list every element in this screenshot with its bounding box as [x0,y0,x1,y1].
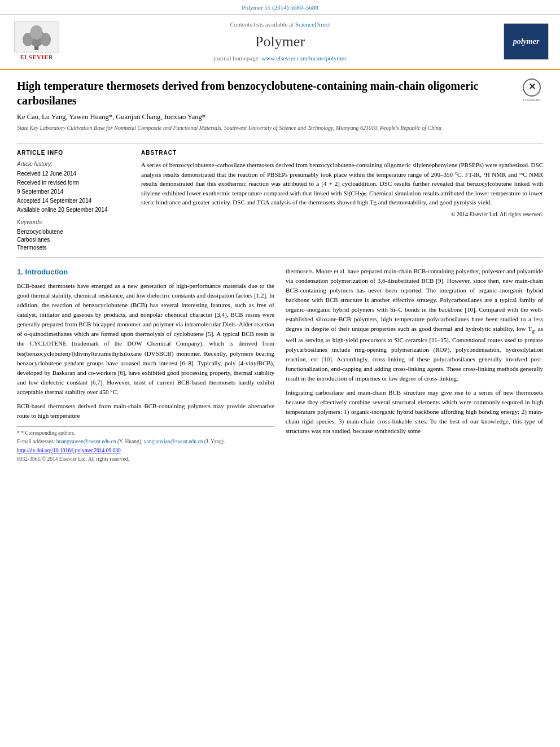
doi-anchor[interactable]: http://dx.doi.org/10.1016/j.polymer.2014… [17,448,121,453]
top-bar: Polymer 55 (2014) 5680–5688 [0,0,560,15]
article-title: High temperature thermosets derived from… [17,78,512,108]
elsevier-tree-logo [14,21,59,53]
abstract-text: A series of benzocyclobutene–carbosilane… [141,160,543,207]
keyword-2: Carbosilanes [17,236,130,244]
elsevier-logo: ELSEVIER [11,21,62,62]
tree-svg [16,23,58,51]
journal-header: ELSEVIER Contents lists available at Sci… [0,15,560,69]
abstract-heading: ABSTRACT [141,149,543,157]
polymer-logo: polymer [498,23,549,60]
revised-form-label: Received in revised form [17,179,130,187]
body-right-col: thermosets. Moore et al. have prepared m… [286,267,543,464]
crossmark-label: CrossMark [523,98,540,103]
intro-paragraph-2: BCB-based thermosets derived from main-c… [17,401,274,421]
keywords-label: Keywords: [17,219,130,226]
crossmark-icon: ✕ [523,78,541,97]
email1-person: (Y. Huang), [117,439,142,444]
footnote-email: E-mail addresses: huangyawen@swust.edu.c… [17,438,274,445]
abstract-col: ABSTRACT A series of benzocyclobutene–ca… [141,149,543,252]
email1-link[interactable]: huangyawen@swust.edu.cn [56,439,116,444]
homepage-label: journal homepage: [213,55,260,62]
affiliation: State Key Laboratory Cultivation Base fo… [17,124,512,132]
copyright: © 2014 Elsevier Ltd. All rights reserved… [141,211,543,219]
article-info-abstract: ARTICLE INFO Article history: Received 1… [17,143,543,258]
article-content: High temperature thermosets derived from… [0,70,560,475]
science-direct-link[interactable]: ScienceDirect [295,21,330,28]
keyword-1: Benzocyclobutene [17,228,130,236]
intro-title: Introduction [25,268,68,276]
intro-section-title: 1. Introduction [17,267,274,278]
homepage-url[interactable]: www.elsevier.com/locate/polymer [261,55,346,62]
corresponding-label: * Corresponding authors. [21,430,75,436]
science-direct-line: Contents lists available at ScienceDirec… [62,20,498,29]
journal-center: Contents lists available at ScienceDirec… [62,20,498,63]
received-date: Received 12 June 2014 [17,170,130,178]
authors-text: Ke Cao, Lu Yang, Yawen Huang*, Guanjun C… [17,113,205,121]
intro-paragraph-1: BCB-based thermosets have emerged as a n… [17,281,274,397]
article-title-block: High temperature thermosets derived from… [17,78,512,138]
journal-title: Polymer [62,32,498,52]
footnotes: * * Corresponding authors. E-mail addres… [17,426,274,464]
email-label: E-mail addresses: [17,439,55,444]
intro-number: 1. [17,268,23,276]
polymer-logo-text: polymer [513,36,540,47]
article-header: High temperature thermosets derived from… [17,78,543,138]
article-info-col: ARTICLE INFO Article history: Received 1… [17,149,130,252]
polymer-logo-box: polymer [504,23,549,60]
accepted-date: Accepted 14 September 2014 [17,197,130,205]
right-paragraph-2: Integrating carbosilane and main-chain B… [286,388,543,436]
revised-date: 9 September 2014 [17,188,130,196]
available-date: Available online 20 September 2014 [17,206,130,214]
page: Polymer 55 (2014) 5680–5688 ELSEVIER Con… [0,0,560,747]
journal-citation: Polymer 55 (2014) 5680–5688 [242,4,318,11]
email2-person: (J. Yang). [204,439,225,444]
footnote-corresponding: * * Corresponding authors. [17,430,274,437]
history-label: Article history: [17,160,130,168]
journal-homepage: journal homepage: www.elsevier.com/locat… [62,54,498,63]
doi-link[interactable]: http://dx.doi.org/10.1016/j.polymer.2014… [17,447,274,455]
contents-label: Contents lists available at [230,21,294,28]
email2-link[interactable]: yangjunxiao@swust.edu.cn [144,439,203,444]
authors: Ke Cao, Lu Yang, Yawen Huang*, Guanjun C… [17,112,512,123]
svg-point-4 [30,25,42,40]
right-paragraph-1: thermosets. Moore et al. have prepared m… [286,267,543,383]
issn-text: 0032-3861/© 2014 Elsevier Ltd. All right… [17,455,274,464]
crossmark[interactable]: ✕ CrossMark [520,78,543,103]
elsevier-wordmark: ELSEVIER [20,54,54,62]
keyword-3: Thermosets [17,244,130,252]
body-left-col: 1. Introduction BCB-based thermosets hav… [17,267,274,464]
body-columns: 1. Introduction BCB-based thermosets hav… [17,267,543,464]
article-info-heading: ARTICLE INFO [17,149,130,157]
